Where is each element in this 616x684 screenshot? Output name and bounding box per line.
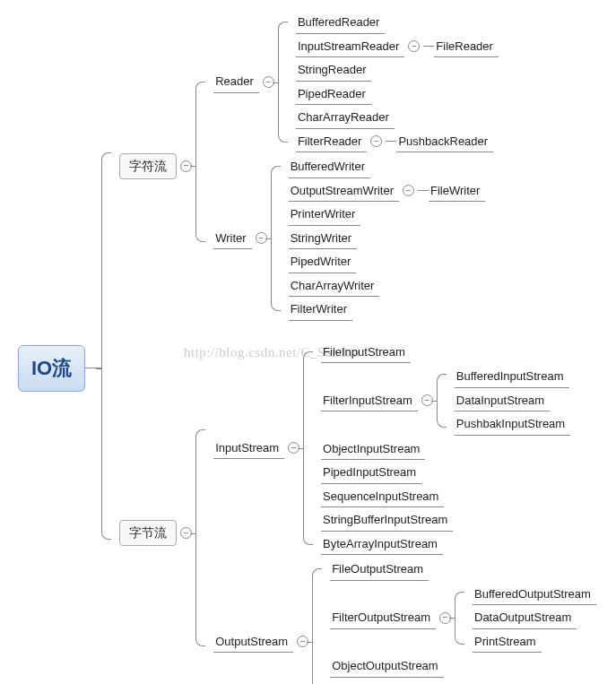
node-char-array-writer[interactable]: CharArrayWriter <box>289 275 380 298</box>
node-buffered-writer[interactable]: BufferedWriter <box>289 156 370 178</box>
node-buffered-input-stream[interactable]: BufferedInputStream <box>455 366 569 388</box>
node-output-stream-writer[interactable]: OutputStreamWriter <box>289 180 399 203</box>
node-filter-writer[interactable]: FilterWriter <box>289 299 352 321</box>
node-object-input-stream[interactable]: ObjectInputStream <box>321 438 425 461</box>
root-node[interactable]: IO流 <box>18 345 85 392</box>
node-pushback-reader[interactable]: PushbackReader <box>396 131 493 153</box>
node-filter-output-stream[interactable]: FilterOutputStream <box>330 607 436 629</box>
node-byte-array-input-stream[interactable]: ByteArrayInputStream <box>321 533 443 556</box>
node-object-output-stream[interactable]: ObjectOutputStream <box>330 655 444 678</box>
node-output-stream[interactable]: OutputStream <box>213 631 293 654</box>
node-buffered-reader[interactable]: BufferedReader <box>296 12 386 34</box>
node-pushbak-input-stream[interactable]: PushbakInputStream <box>455 413 570 436</box>
node-input-stream[interactable]: InputStream <box>213 437 284 460</box>
node-byte-stream[interactable]: 字节流 <box>119 520 177 546</box>
node-writer[interactable]: Writer <box>213 228 251 250</box>
node-data-output-stream[interactable]: DataOutputStream <box>473 607 577 629</box>
node-print-stream[interactable]: PrintStream <box>473 631 542 654</box>
node-string-reader[interactable]: StringReader <box>296 59 372 82</box>
node-file-input-stream[interactable]: FileInputStream <box>321 342 411 364</box>
node-char-array-reader[interactable]: CharArrayReader <box>296 107 395 129</box>
node-char-stream[interactable]: 字符流 <box>119 153 177 179</box>
node-file-output-stream[interactable]: FileOutputStream <box>330 558 429 581</box>
node-buffered-output-stream[interactable]: BufferedOutputStream <box>473 584 596 606</box>
node-piped-writer[interactable]: PipedWriter <box>289 251 357 273</box>
node-string-buffer-input-stream[interactable]: StringBufferInputStream <box>321 509 453 532</box>
node-sequence-input-stream[interactable]: SequenceInputStream <box>321 486 444 508</box>
node-reader[interactable]: Reader <box>213 71 259 93</box>
mindmap: IO流 字符流 − Reader − BufferedReader InputS… <box>18 9 596 684</box>
node-filter-reader[interactable]: FilterReader <box>296 131 368 153</box>
toggle-icon[interactable]: − <box>408 40 420 52</box>
node-filter-input-stream[interactable]: FilterInputStream <box>321 390 418 412</box>
node-piped-reader[interactable]: PipedReader <box>296 83 371 106</box>
node-string-writer[interactable]: StringWriter <box>289 228 357 250</box>
node-piped-output-stream[interactable]: PipedOutputStream <box>330 680 439 685</box>
node-file-writer[interactable]: FileWriter <box>429 180 485 203</box>
toggle-icon[interactable]: − <box>370 135 382 147</box>
node-piped-input-stream[interactable]: PipedInputStream <box>321 462 421 484</box>
node-data-input-stream[interactable]: DataInputStream <box>455 390 550 412</box>
node-printer-writer[interactable]: PrinterWriter <box>289 203 361 226</box>
node-file-reader[interactable]: FileReader <box>434 36 499 58</box>
node-input-stream-reader[interactable]: InputStreamReader <box>296 36 404 58</box>
toggle-icon[interactable]: − <box>403 185 414 196</box>
